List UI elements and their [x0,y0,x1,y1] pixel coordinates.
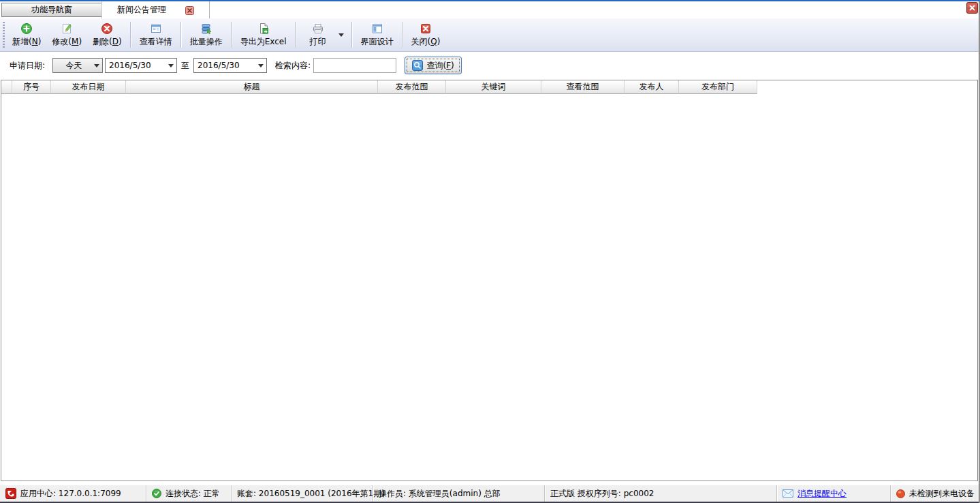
table-header-row: 序号发布日期标题发布范围关键词查看范围发布人发布部门 [1,80,977,94]
status-account: 账套: 20160519_0001 (2016年第1期) [232,485,373,502]
edit-icon [61,22,73,35]
status-message-center[interactable]: 消息提醒中心 [777,485,891,502]
toolbar-separator [180,22,182,48]
print-icon [312,22,324,35]
delete-icon [101,22,113,35]
tab-label: 新闻公告管理 [117,4,166,16]
date-from-dropdown[interactable]: 2016/5/30 [105,58,177,73]
toolbar-separator [351,22,353,48]
chevron-down-icon [91,59,102,72]
filter-bar: 申请日期: 今天 2016/5/30 至 2016/5/30 检索内容: 查询(… [0,52,978,79]
device-dot-icon [896,489,905,498]
toolbar-button-label: 打印 [310,36,326,48]
status-connection: 连接状态: 正常 [146,485,232,502]
chevron-down-icon [255,59,266,72]
batch-ops-icon [200,22,212,35]
toolbar-button-ui-design[interactable]: 界面设计 [355,20,399,50]
toolbar-separator [231,22,232,48]
toolbar-button-label: 查看详情 [140,36,172,48]
connection-ok-icon [152,489,161,498]
table-column-header[interactable]: 标题 [126,80,378,94]
toolbar-button-label: 导出为Excel [240,36,287,48]
search-icon [412,60,423,71]
toolbar-button-label: 界面设计 [361,36,394,48]
mail-icon [783,489,793,498]
date-from-value: 2016/5/30 [106,59,165,72]
table-column-header[interactable]: 查看范围 [541,80,625,94]
toolbar-button-export-excel[interactable]: 导出为Excel [235,20,292,50]
toolbar: 新增(N)修改(M)删除(D)查看详情批量操作导出为Excel打印界面设计关闭(… [0,18,980,52]
date-to-value: 2016/5/30 [194,59,255,72]
data-grid: 序号发布日期标题发布范围关键词查看范围发布人发布部门 [1,80,978,481]
status-connection-text: 连接状态: 正常 [165,488,220,500]
toolbar-button-view-details[interactable]: 查看详情 [134,20,178,50]
toolbar-button-label: 修改(M) [52,36,82,48]
status-app-center-text: 应用中心: 127.0.0.1:7099 [20,488,121,500]
date-range-to-label: 至 [181,60,189,72]
status-operator: 操作员: 系统管理员(admin) 总部 [373,485,545,502]
table-column-header[interactable]: 关键词 [446,80,541,94]
status-account-text: 账套: 20160519_0001 (2016年第1期) [237,488,385,500]
tab-function-navigation[interactable]: 功能导航窗 [1,3,102,17]
status-operator-text: 操作员: 系统管理员(admin) 总部 [379,488,501,500]
tab-close-icon[interactable] [185,6,194,15]
ui-design-icon [371,22,383,35]
table-column-header[interactable]: 发布人 [625,80,679,94]
toolbar-button-label: 新增(N) [12,36,41,48]
date-preset-dropdown[interactable]: 今天 [52,58,103,73]
tab-news-announcement-management[interactable]: 新闻公告管理 [101,1,210,18]
add-icon [20,22,33,35]
date-filter-label: 申请日期: [10,60,45,72]
table-column-header[interactable]: 发布范围 [378,80,446,94]
tab-bar: 功能导航窗 新闻公告管理 [0,1,980,18]
date-preset-value: 今天 [53,59,91,72]
toolbar-separator [295,22,296,48]
toolbar-buttons: 新增(N)修改(M)删除(D)查看详情批量操作导出为Excel打印界面设计关闭(… [7,20,445,50]
close-red-icon [420,22,432,35]
status-device: 未检测到来电设备 [891,485,980,502]
toolbar-grip-handle[interactable] [3,22,5,48]
toolbar-button-close[interactable]: 关闭(Q) [406,20,446,50]
table-body [1,94,977,481]
status-bar: 应用中心: 127.0.0.1:7099连接状态: 正常账套: 20160519… [0,485,980,502]
app-center-icon [5,488,16,499]
export-excel-icon [257,22,270,35]
toolbar-button-new[interactable]: 新增(N) [7,20,46,50]
toolbar-button-label: 删除(D) [93,36,122,48]
toolbar-button-edit[interactable]: 修改(M) [46,20,87,50]
toolbar-separator [402,22,403,48]
status-app-center: 应用中心: 127.0.0.1:7099 [0,485,146,502]
toolbar-button-delete[interactable]: 删除(D) [87,20,127,50]
row-indicator-header [1,80,12,94]
form-details-icon [150,22,162,35]
status-license: 正式版 授权序列号: pc0002 [545,485,777,502]
chevron-down-icon [165,59,176,72]
table-column-header[interactable]: 发布部门 [679,80,757,94]
status-license-text: 正式版 授权序列号: pc0002 [550,488,654,500]
table-column-header[interactable]: 发布日期 [51,80,126,94]
toolbar-button-label: 关闭(Q) [411,36,441,48]
print-dropdown-arrow[interactable] [337,20,349,50]
query-button[interactable]: 查询(F) [405,57,462,74]
toolbar-button-print[interactable]: 打印 [299,20,337,50]
date-to-dropdown[interactable]: 2016/5/30 [193,58,267,73]
status-message-center-text[interactable]: 消息提醒中心 [797,488,847,500]
toolbar-button-label: 批量操作 [190,36,223,48]
status-device-text: 未检测到来电设备 [909,488,975,500]
window-close-icon[interactable] [966,2,978,14]
toolbar-separator [130,22,131,48]
table-column-header[interactable]: 序号 [12,80,51,94]
query-button-label: 查询(F) [426,60,454,72]
search-input[interactable] [313,58,396,73]
search-content-label: 检索内容: [275,60,311,72]
toolbar-button-batch-ops[interactable]: 批量操作 [185,20,228,50]
chevron-down-icon [338,33,344,37]
